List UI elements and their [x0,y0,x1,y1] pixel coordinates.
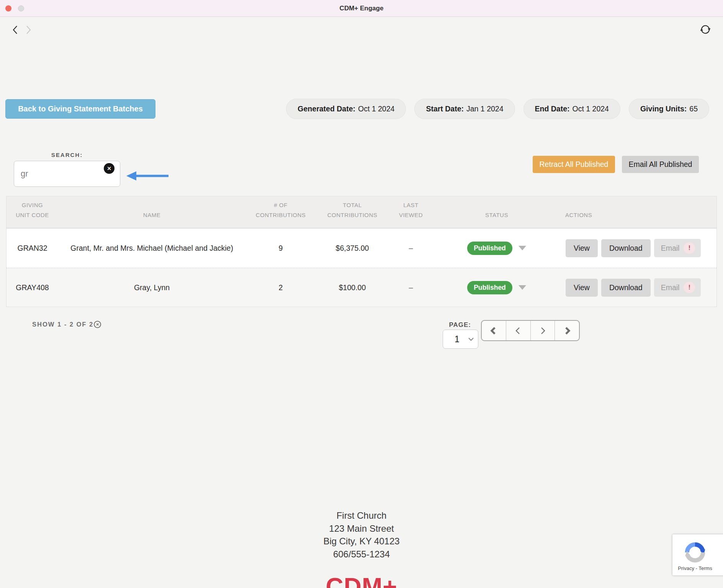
blue-arrow-left-icon [126,170,170,181]
recaptcha-badge[interactable]: Privacy - Terms [672,534,723,575]
prev-page-button[interactable] [506,321,531,340]
cell-giving-unit-code: GRAY408 [7,268,58,307]
organization-footer: First Church 123 Main Street Big City, K… [0,509,723,560]
cell-giving-unit-code: GRAN32 [7,229,58,268]
nav-back-button[interactable] [10,24,21,35]
page-label: PAGE: [433,321,471,329]
clear-filter-button[interactable]: ✕ [94,321,101,328]
chevron-down-icon [468,337,474,341]
view-button[interactable]: View [566,239,598,257]
column-header-status: STATUS [433,196,560,228]
generated-date-pill: Generated Date: Oct 1 2024 [286,99,406,119]
email-all-published-button[interactable]: Email All Published [622,156,699,173]
prev-page-icon [514,326,522,335]
last-page-icon [563,326,571,335]
org-name: First Church [0,509,723,522]
window-title: CDM+ Engage [0,0,723,17]
header-line: TOTAL [343,200,362,210]
cdm-logo: CDM+ [0,573,723,588]
retract-all-published-button[interactable]: Retract All Published [533,156,615,173]
status-dropdown[interactable]: Published [467,242,526,255]
table-row: GRAN32 Grant, Mr. and Mrs. Michael (Mich… [7,229,716,268]
pill-label: Giving Units: [640,105,687,113]
header-line: NAME [143,210,160,220]
circle-x-icon: ✕ [107,165,111,172]
column-header-name: NAME [58,196,245,228]
email-button-label: Email [661,283,680,292]
column-header-actions: ACTIONS [560,196,716,228]
column-header-giving-unit-code: GIVING UNIT CODE [7,196,58,228]
last-page-button[interactable] [555,321,579,340]
circle-x-icon: ✕ [96,322,99,327]
page-select[interactable]: 1 [443,330,478,349]
column-header-total-contributions: TOTAL CONTRIBUTIONS [316,196,389,228]
email-warning-badge: ! [684,282,695,293]
cell-name: Gray, Lynn [58,268,245,307]
page-select-value: 1 [443,334,468,345]
org-phone: 606/555-1234 [0,548,723,561]
column-header-num-contributions: # OF CONTRIBUTIONS [245,196,316,228]
table-header-row: GIVING UNIT CODE NAME # OF CONTRIBUTIONS… [7,196,716,229]
recaptcha-privacy-terms-link[interactable]: Privacy - Terms [678,565,712,571]
triangle-down-icon [519,285,526,290]
status-badge: Published [467,281,512,294]
status-dropdown[interactable]: Published [467,281,526,294]
header-line: # OF [274,200,287,210]
pill-value: 65 [689,105,698,113]
email-button-label: Email [661,244,680,253]
window-close-button[interactable] [5,5,11,11]
sync-arrows-icon [700,24,711,35]
email-button[interactable]: Email ! [654,278,701,297]
giving-statements-table: GIVING UNIT CODE NAME # OF CONTRIBUTIONS… [6,196,717,307]
download-button[interactable]: Download [601,239,651,257]
cell-total-contributions: $6,375.00 [316,229,389,268]
pill-value: Jan 1 2024 [466,105,504,113]
chevron-right-icon [23,24,33,35]
status-badge: Published [467,242,512,255]
cell-num-contributions: 9 [245,229,316,268]
header-line: CONTRIBUTIONS [256,210,306,220]
header-line: VIEWED [399,210,423,220]
download-button[interactable]: Download [601,279,651,297]
pill-label: End Date: [535,105,570,113]
first-page-button[interactable] [482,321,506,340]
column-header-last-viewed: LAST VIEWED [389,196,433,228]
start-date-pill: Start Date: Jan 1 2024 [414,99,515,119]
pill-value: Oct 1 2024 [573,105,609,113]
email-button[interactable]: Email ! [654,239,701,257]
next-page-icon [538,326,547,335]
search-input[interactable] [14,161,120,186]
results-count: SHOW 1 - 2 OF 2✕ [32,321,101,328]
header-line: UNIT CODE [16,210,49,220]
cell-last-viewed: – [389,268,433,307]
back-to-batches-button[interactable]: Back to Giving Statement Batches [5,99,155,119]
first-page-icon [489,326,498,335]
header-line: LAST [403,200,419,210]
view-button[interactable]: View [566,279,598,297]
email-warning-badge: ! [684,242,695,254]
chevron-left-icon [10,24,20,35]
header-line: STATUS [485,210,508,220]
end-date-pill: End Date: Oct 1 2024 [523,99,620,119]
search-clear-button[interactable]: ✕ [104,163,115,174]
header-line: ACTIONS [565,210,592,220]
recaptcha-swirl-icon [683,541,707,564]
nav-forward-button[interactable] [23,24,34,35]
results-count-text: SHOW 1 - 2 OF 2 [32,321,93,328]
triangle-down-icon [519,246,526,250]
batch-info-pills: Generated Date: Oct 1 2024 Start Date: J… [286,99,709,119]
pagination-controls [481,320,580,341]
cell-name: Grant, Mr. and Mrs. Michael (Michael and… [58,229,245,268]
next-page-button[interactable] [531,321,555,340]
search-label: SEARCH: [14,152,120,158]
header-line: CONTRIBUTIONS [327,210,378,220]
refresh-button[interactable] [699,24,712,36]
window-minimize-button[interactable] [18,5,24,11]
pill-label: Start Date: [426,105,464,113]
header-line: GIVING [22,200,43,210]
search-box: ✕ [14,161,120,187]
org-address-line1: 123 Main Street [0,522,723,535]
table-row: GRAY408 Gray, Lynn 2 $100.00 – Published… [7,268,716,307]
cell-last-viewed: – [389,229,433,268]
pill-value: Oct 1 2024 [358,105,394,113]
